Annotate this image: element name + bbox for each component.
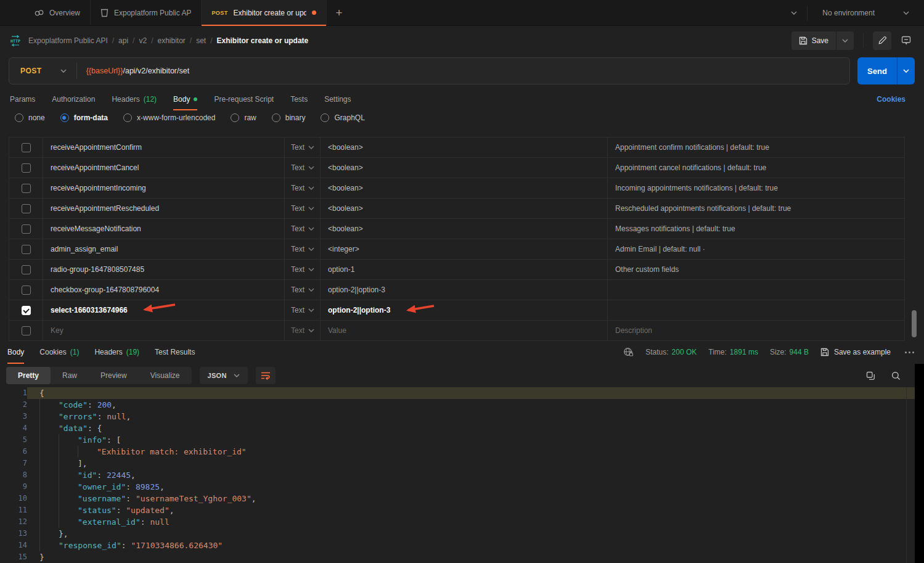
row-type-dropdown[interactable]: Text: [285, 138, 321, 157]
response-body-viewer[interactable]: 1{2"code": 200,3"errors": null,4"data": …: [0, 387, 915, 563]
row-type-dropdown[interactable]: Text: [285, 321, 321, 340]
tab-headers[interactable]: Headers(12): [112, 88, 157, 110]
mode-none[interactable]: none: [15, 113, 45, 122]
row-checkbox[interactable]: [9, 260, 43, 279]
row-value-field[interactable]: option-1: [321, 260, 608, 279]
row-description-field[interactable]: Description: [608, 321, 904, 340]
row-checkbox[interactable]: [9, 199, 43, 218]
row-checkbox[interactable]: [9, 321, 43, 340]
response-tab-cookies[interactable]: Cookies(1): [39, 340, 79, 364]
format-dropdown[interactable]: JSON: [200, 367, 248, 384]
more-options-icon[interactable]: [902, 351, 917, 353]
tab-authorization[interactable]: Authorization: [52, 88, 95, 110]
row-description-field[interactable]: Messages notifications | default: true: [608, 219, 904, 239]
row-checkbox[interactable]: [9, 219, 43, 239]
copy-icon[interactable]: [866, 371, 875, 380]
view-raw[interactable]: Raw: [51, 367, 89, 384]
cookies-link[interactable]: Cookies: [877, 88, 906, 110]
row-type-dropdown[interactable]: Text: [285, 239, 321, 259]
row-key-field[interactable]: checkbox-group-1647808796004: [43, 280, 285, 300]
row-checkbox[interactable]: [9, 178, 43, 198]
row-description-field[interactable]: Incoming appointments notifications | de…: [608, 178, 904, 198]
environment-selector[interactable]: No environment: [817, 9, 914, 17]
row-description-field[interactable]: Other custom fields: [608, 260, 904, 279]
send-button[interactable]: Send: [857, 57, 897, 84]
tab-tests[interactable]: Tests: [290, 88, 308, 110]
row-value-field[interactable]: <boolean>: [321, 178, 608, 198]
request-title[interactable]: Exhibitor create or update: [217, 36, 309, 45]
row-description-field[interactable]: [608, 280, 904, 300]
row-description-field[interactable]: [608, 300, 904, 320]
save-button[interactable]: Save: [791, 31, 836, 50]
tab-params[interactable]: Params: [10, 88, 35, 110]
mode-x-www-form-urlencoded[interactable]: x-www-form-urlencoded: [123, 113, 215, 122]
new-tab-button[interactable]: +: [327, 0, 352, 25]
row-type-dropdown[interactable]: Text: [285, 158, 321, 178]
mode-graphql[interactable]: GraphQL: [321, 113, 364, 122]
url-field[interactable]: {{baseUrl}}/api/v2/exhibitor/set: [86, 67, 189, 75]
method-selector[interactable]: POST: [9, 67, 76, 75]
send-options-button[interactable]: [897, 57, 915, 84]
row-type-dropdown[interactable]: Text: [285, 260, 321, 279]
row-type-dropdown[interactable]: Text: [285, 280, 321, 300]
row-description-field[interactable]: Rescheduled appointments notifications |…: [608, 199, 904, 218]
mode-form-data[interactable]: form-data: [60, 113, 108, 122]
row-key-field[interactable]: select-1660313674966: [43, 300, 285, 320]
row-value-field[interactable]: option-2||option-3: [321, 280, 608, 300]
code-scrollbar-track[interactable]: [906, 387, 907, 563]
row-value-field[interactable]: <boolean>: [321, 219, 608, 239]
row-checkbox[interactable]: [9, 300, 43, 320]
tab-overview[interactable]: Overview: [25, 0, 91, 25]
row-value-field[interactable]: <boolean>: [321, 158, 608, 178]
breadcrumb-segment[interactable]: Expoplatform Public API: [28, 36, 108, 45]
row-checkbox[interactable]: [9, 239, 43, 259]
row-key-field[interactable]: radio-group-1647808507485: [43, 260, 285, 279]
row-value-field[interactable]: <integer>: [321, 239, 608, 259]
response-tab-test-results[interactable]: Test Results: [155, 340, 195, 364]
response-tab-body[interactable]: Body: [7, 340, 24, 364]
row-type-dropdown[interactable]: Text: [285, 178, 321, 198]
row-description-field[interactable]: Appointment confirm notifications | defa…: [608, 138, 904, 157]
row-description-field[interactable]: Admin Email | default: null ·: [608, 239, 904, 259]
breadcrumb-segment[interactable]: v2: [139, 36, 147, 45]
row-key-field[interactable]: receiveAppointmentRescheduled: [43, 199, 285, 218]
row-description-field[interactable]: Appointment cancel notifications | defau…: [608, 158, 904, 178]
row-key-field[interactable]: receiveMessageNotification: [43, 219, 285, 239]
wrap-lines-button[interactable]: [256, 367, 276, 384]
mode-binary[interactable]: binary: [272, 113, 306, 122]
search-icon[interactable]: [891, 371, 901, 380]
breadcrumb-segment[interactable]: exhibitor: [157, 36, 185, 45]
save-as-example-button[interactable]: Save as example: [820, 348, 891, 356]
tab-request-active[interactable]: POST Exhibitor create or update: [202, 0, 326, 25]
comments-button[interactable]: [897, 31, 915, 50]
row-key-field[interactable]: receiveAppointmentCancel: [43, 158, 285, 178]
row-checkbox[interactable]: [9, 138, 43, 157]
view-preview[interactable]: Preview: [89, 367, 139, 384]
row-checkbox[interactable]: [9, 158, 43, 178]
network-globe-icon[interactable]: [623, 347, 634, 357]
row-key-field[interactable]: receiveAppointmentConfirm: [43, 138, 285, 157]
row-value-field[interactable]: Value: [321, 321, 608, 340]
save-options-button[interactable]: [836, 31, 854, 50]
row-key-field[interactable]: admin_assign_email: [43, 239, 285, 259]
row-type-dropdown[interactable]: Text: [285, 300, 321, 320]
tab-settings[interactable]: Settings: [324, 88, 351, 110]
row-value-field[interactable]: <boolean>: [321, 199, 608, 218]
mode-raw[interactable]: raw: [231, 113, 256, 122]
breadcrumb-segment[interactable]: api: [118, 36, 128, 45]
tab-body[interactable]: Body: [173, 88, 197, 110]
row-type-dropdown[interactable]: Text: [285, 219, 321, 239]
row-value-field[interactable]: option-2||option-3: [321, 300, 608, 320]
table-scrollbar-thumb[interactable]: [912, 310, 917, 337]
tab-pre-request-script[interactable]: Pre-request Script: [214, 88, 274, 110]
row-key-field[interactable]: Key: [43, 321, 285, 340]
breadcrumb-segment[interactable]: set: [196, 36, 206, 45]
edit-button[interactable]: [873, 31, 891, 50]
tab-collection[interactable]: Expoplatform Public AP: [91, 0, 202, 25]
response-tab-headers[interactable]: Headers(19): [94, 340, 139, 364]
row-checkbox[interactable]: [9, 280, 43, 300]
row-value-field[interactable]: <boolean>: [321, 138, 608, 157]
row-type-dropdown[interactable]: Text: [285, 199, 321, 218]
chevron-down-icon[interactable]: [791, 11, 797, 15]
view-visualize[interactable]: Visualize: [139, 367, 192, 384]
